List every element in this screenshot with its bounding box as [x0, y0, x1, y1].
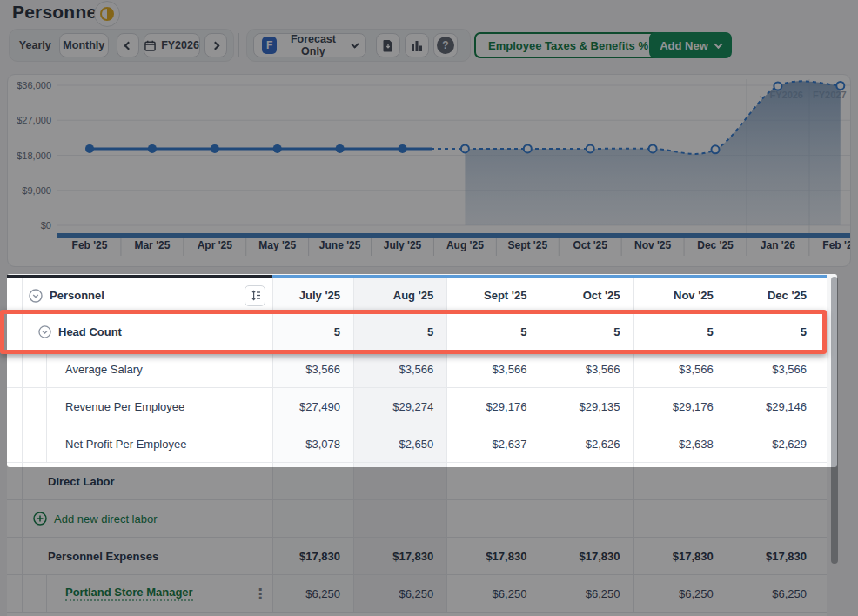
cell-portland-store-manager-0[interactable]: $6,250: [272, 575, 353, 612]
row-label: Head Count: [58, 325, 122, 338]
indent-guide: [46, 388, 47, 425]
cell-net-profit-per-employee-4[interactable]: $2,638: [633, 425, 727, 462]
table-row-head-count: Head Count555555: [7, 313, 827, 351]
cell-net-profit-per-employee-0[interactable]: $3,078: [272, 425, 353, 462]
row-label: Average Salary: [65, 363, 143, 376]
svg-text:$36,000: $36,000: [17, 80, 51, 90]
table-row-average-salary: Average Salary$3,566$3,566$3,566$3,566$3…: [7, 351, 827, 388]
svg-text:Apr '25: Apr '25: [198, 239, 233, 251]
collapse-circle-icon[interactable]: [38, 325, 51, 338]
month-header-4: Nov '25: [633, 278, 727, 312]
cell-net-profit-per-employee-5[interactable]: $2,629: [727, 425, 820, 462]
page-title: Personnel: [12, 2, 102, 23]
row-label-cell: Add new direct labor: [23, 500, 272, 537]
cell-revenue-per-employee-1[interactable]: $29,274: [353, 388, 446, 425]
table-title: Personnel: [50, 289, 104, 302]
cell-head-count-2[interactable]: 5: [446, 313, 540, 350]
row-label: Personnel Expenses: [48, 550, 158, 563]
table-row-net-profit-per-employee: Net Profit Per Employee$3,078$2,650$2,63…: [7, 425, 827, 463]
cell-head-count-3[interactable]: 5: [540, 313, 633, 350]
cell-add-new-direct-labor-3: [540, 500, 633, 537]
month-header-2: Sept '25: [446, 278, 540, 312]
svg-text:$0: $0: [41, 220, 51, 231]
cell-portland-store-manager-2[interactable]: $6,250: [446, 575, 540, 612]
svg-text:Sept '25: Sept '25: [508, 239, 548, 251]
gutter-cell: [7, 425, 23, 462]
cell-portland-store-manager-5[interactable]: $6,250: [727, 575, 820, 612]
cell-average-salary-2[interactable]: $3,566: [446, 351, 540, 387]
month-header-5: Dec '25: [727, 278, 820, 312]
table-vertical-scrollbar[interactable]: [831, 277, 838, 564]
calendar-icon: [144, 40, 156, 51]
cell-personnel-expenses-0[interactable]: $17,830: [272, 538, 353, 574]
chevron-left-icon: [124, 41, 132, 50]
line-chart: $0$9,000$18,000$27,000$36,000← FY2026FY2…: [8, 75, 851, 267]
add-new-button[interactable]: Add New: [649, 32, 732, 58]
question-mark-icon: ?: [437, 37, 454, 54]
cell-revenue-per-employee-5[interactable]: $29,146: [727, 388, 820, 425]
kebab-menu-icon[interactable]: ⋮: [253, 592, 262, 596]
svg-text:$18,000: $18,000: [17, 151, 51, 161]
table-topbar-blue: [272, 275, 827, 278]
row-label-cell: Revenue Per Employee: [23, 388, 272, 425]
svg-text:Jan '26: Jan '26: [761, 239, 796, 251]
cell-net-profit-per-employee-2[interactable]: $2,637: [446, 425, 540, 462]
cell-add-new-direct-labor-2: [446, 500, 540, 537]
cell-portland-store-manager-4[interactable]: $6,250: [633, 575, 727, 612]
svg-text:May '25: May '25: [258, 239, 296, 251]
row-label-cell: Portland Store Manager⋮: [23, 575, 272, 612]
chart-toggle-button[interactable]: [405, 33, 429, 57]
row-height-icon: [250, 290, 261, 301]
row-label-cell: Net Profit Per Employee: [23, 425, 272, 462]
row-label-cell: Personnel Expenses: [23, 538, 272, 574]
cell-head-count-0[interactable]: 5: [272, 313, 353, 350]
cell-portland-store-manager-3[interactable]: $6,250: [540, 575, 633, 612]
cell-revenue-per-employee-3[interactable]: $29,135: [540, 388, 633, 425]
gutter-cell: [7, 278, 23, 312]
cell-average-salary-1[interactable]: $3,566: [353, 351, 446, 387]
cell-add-new-direct-labor-0: [272, 500, 353, 537]
fiscal-year-button[interactable]: FY2026: [144, 33, 200, 57]
cell-direct-labor-3: [540, 463, 633, 499]
prev-year-button[interactable]: [117, 33, 139, 57]
next-year-button[interactable]: [204, 33, 227, 57]
cell-average-salary-3[interactable]: $3,566: [540, 351, 633, 387]
cell-average-salary-4[interactable]: $3,566: [633, 351, 727, 387]
cell-average-salary-0[interactable]: $3,566: [272, 351, 353, 387]
toolbar-divider: [238, 33, 239, 57]
collapse-circle-icon[interactable]: [29, 289, 43, 303]
row-label-cell: Head Count: [23, 313, 272, 350]
cell-average-salary-5[interactable]: $3,566: [727, 351, 820, 387]
table-header-row: Personnel July '25Aug '25Sept '25Oct '25…: [7, 278, 827, 313]
row-settings-button[interactable]: [245, 285, 265, 306]
row-label[interactable]: Add new direct labor: [54, 512, 158, 526]
employee-taxes-benefits-button[interactable]: Employee Taxes & Benefits %: [474, 32, 662, 58]
cell-revenue-per-employee-0[interactable]: $27,490: [272, 388, 353, 425]
cell-personnel-expenses-2[interactable]: $17,830: [446, 538, 540, 574]
cell-direct-labor-2: [446, 463, 540, 499]
cell-personnel-expenses-3[interactable]: $17,830: [540, 538, 633, 574]
cell-net-profit-per-employee-1[interactable]: $2,650: [353, 425, 446, 462]
currency-toggle-button[interactable]: [94, 1, 120, 27]
export-button[interactable]: [376, 33, 400, 57]
cell-revenue-per-employee-4[interactable]: $29,176: [633, 388, 727, 425]
cell-head-count-4[interactable]: 5: [633, 313, 727, 350]
svg-text:June '25: June '25: [319, 239, 361, 251]
cell-personnel-expenses-4[interactable]: $17,830: [633, 538, 727, 574]
monthly-button[interactable]: Monthly: [59, 33, 109, 57]
table-row-add-new-direct-labor: Add new direct labor: [7, 500, 827, 538]
cell-direct-labor-5: [727, 463, 820, 499]
cell-portland-store-manager-1[interactable]: $6,250: [353, 575, 446, 612]
view-options-group: F Forecast Only ?: [246, 29, 471, 62]
cell-net-profit-per-employee-3[interactable]: $2,626: [540, 425, 633, 462]
cell-personnel-expenses-5[interactable]: $17,830: [727, 538, 820, 574]
row-label[interactable]: Portland Store Manager: [65, 586, 193, 601]
personnel-forecast-chart: $0$9,000$18,000$27,000$36,000← FY2026FY2…: [7, 74, 851, 267]
yearly-button[interactable]: Yearly: [16, 33, 55, 57]
cell-revenue-per-employee-2[interactable]: $29,176: [446, 388, 540, 425]
forecast-only-dropdown[interactable]: F Forecast Only: [253, 33, 366, 57]
cell-personnel-expenses-1[interactable]: $17,830: [353, 538, 446, 574]
cell-head-count-5[interactable]: 5: [727, 313, 820, 350]
cell-head-count-1[interactable]: 5: [353, 313, 446, 350]
help-button[interactable]: ?: [433, 33, 458, 57]
